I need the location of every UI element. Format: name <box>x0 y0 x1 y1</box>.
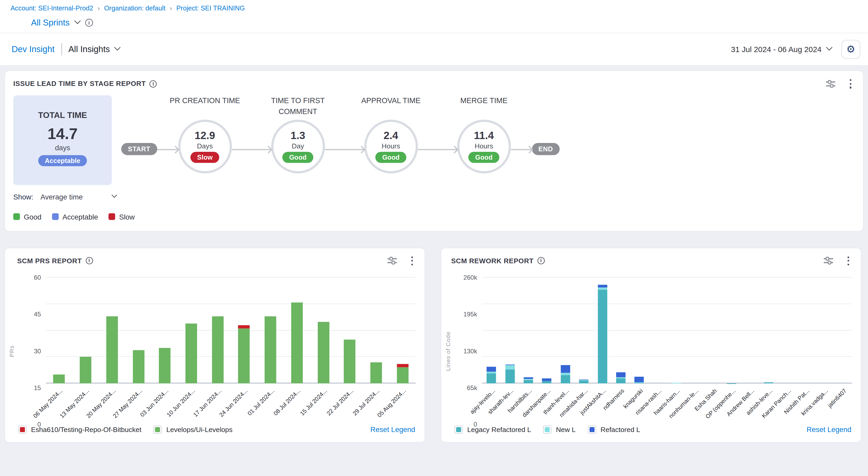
sprint-selector-label[interactable]: All Sprints <box>31 18 69 28</box>
bar[interactable] <box>542 277 552 383</box>
bar[interactable] <box>265 277 276 383</box>
bar[interactable] <box>344 277 356 383</box>
legend-item[interactable]: Legacy Refactored L <box>455 425 531 434</box>
legend-item[interactable]: Esha610/Testing-Repo-Of-Bitbucket <box>18 425 141 434</box>
bar[interactable] <box>783 277 792 383</box>
bar-segment[interactable] <box>397 368 408 384</box>
bar-segment[interactable] <box>133 350 145 384</box>
bar[interactable] <box>212 277 223 383</box>
legend-item[interactable]: New L <box>543 425 576 434</box>
bar[interactable] <box>746 277 755 383</box>
show-dropdown[interactable]: Show: Average time <box>13 192 116 201</box>
bar-segment[interactable] <box>212 317 223 383</box>
legend-item[interactable]: Refactored L <box>588 425 640 434</box>
bar-segment[interactable] <box>370 362 382 383</box>
chevron-down-icon[interactable] <box>74 18 81 24</box>
reset-legend-link[interactable]: Reset Legend <box>370 425 415 434</box>
bar[interactable] <box>524 277 533 383</box>
bar[interactable] <box>672 277 681 383</box>
bar[interactable] <box>317 277 329 383</box>
bar-segment[interactable] <box>561 373 570 375</box>
bar[interactable] <box>159 277 171 383</box>
bar[interactable] <box>709 277 718 383</box>
all-insights-dropdown[interactable]: All Insights <box>68 44 119 54</box>
bar-segment[interactable] <box>524 377 533 379</box>
bar-segment[interactable] <box>561 375 570 384</box>
bar[interactable] <box>653 277 662 383</box>
bar-segment[interactable] <box>579 381 589 384</box>
bar[interactable] <box>690 277 700 383</box>
bar[interactable] <box>727 277 737 383</box>
bar[interactable] <box>133 277 145 383</box>
legend-checkbox[interactable] <box>455 425 463 434</box>
bar-segment[interactable] <box>616 378 625 383</box>
bar[interactable] <box>80 277 92 383</box>
stage-circle[interactable]: 11.4HoursGood <box>457 120 511 173</box>
bar-segment[interactable] <box>487 373 496 383</box>
bar-segment[interactable] <box>159 348 171 383</box>
info-icon[interactable]: i <box>150 80 157 88</box>
bar[interactable] <box>370 277 382 383</box>
stage-circle[interactable]: 12.9DaysSlow <box>178 120 231 173</box>
bar[interactable] <box>561 277 570 383</box>
bar-segment[interactable] <box>186 323 197 383</box>
settings-button[interactable]: ⚙ <box>841 40 860 59</box>
bar-segment[interactable] <box>542 382 552 384</box>
reset-legend-link[interactable]: Reset Legend <box>807 425 851 434</box>
bar[interactable] <box>487 277 496 383</box>
bar[interactable] <box>291 277 303 383</box>
bar-segment[interactable] <box>598 285 607 288</box>
bar[interactable] <box>238 277 250 383</box>
bar-segment[interactable] <box>106 317 118 383</box>
bar-segment[interactable] <box>616 373 625 377</box>
dev-insight-link[interactable]: Dev Insight <box>12 44 55 54</box>
legend-checkbox[interactable] <box>154 425 162 434</box>
chart-filter-button[interactable] <box>826 80 835 88</box>
bar[interactable] <box>819 277 829 383</box>
lead-stage[interactable]: MERGE TIME11.4HoursGood <box>457 95 511 173</box>
bar[interactable] <box>616 277 625 383</box>
bar-segment[interactable] <box>80 357 92 384</box>
stage-circle[interactable]: 2.4HoursGood <box>364 120 417 173</box>
kebab-menu-button[interactable] <box>847 79 854 88</box>
info-icon[interactable]: i <box>537 257 545 265</box>
legend-checkbox[interactable] <box>18 425 27 434</box>
lead-stage[interactable]: TIME TO FIRST COMMENT1.3DayGood <box>271 95 325 173</box>
breadcrumb-project[interactable]: Project: SEI TRAINING <box>177 4 245 12</box>
bar[interactable] <box>106 277 118 383</box>
info-icon[interactable]: i <box>86 257 93 265</box>
bar[interactable] <box>397 277 408 383</box>
bar-segment[interactable] <box>505 365 515 369</box>
bar-segment[interactable] <box>265 317 276 383</box>
legend-checkbox[interactable] <box>588 425 596 434</box>
bar-segment[interactable] <box>344 339 356 383</box>
bar-segment[interactable] <box>524 380 533 383</box>
legend-checkbox[interactable] <box>543 425 552 434</box>
sprint-selector[interactable]: All Sprints i <box>10 12 868 33</box>
date-range-selector[interactable]: 31 Jul 2024 - 06 Aug 2024 <box>731 45 831 54</box>
bar[interactable] <box>505 277 515 383</box>
breadcrumb-account[interactable]: Account: SEI-Internal-Prod2 <box>10 4 93 12</box>
bar[interactable] <box>634 277 644 383</box>
bar-segment[interactable] <box>561 365 570 373</box>
bar-segment[interactable] <box>634 377 644 382</box>
bar-segment[interactable] <box>317 322 329 384</box>
lead-stage[interactable]: PR CREATION TIME12.9DaysSlow <box>178 95 231 173</box>
legend-item[interactable]: Levelops/Ui-Levelops <box>154 425 232 434</box>
bar-segment[interactable] <box>505 369 515 383</box>
chart-filter-button[interactable] <box>824 257 833 265</box>
bar[interactable] <box>764 277 774 383</box>
kebab-menu-button[interactable] <box>845 256 851 265</box>
bar[interactable] <box>579 277 589 383</box>
bar[interactable] <box>801 277 810 383</box>
chart-filter-button[interactable] <box>388 257 397 265</box>
bar[interactable] <box>598 277 607 383</box>
bar-segment[interactable] <box>291 302 303 384</box>
lead-stage[interactable]: APPROVAL TIME2.4HoursGood <box>364 95 417 173</box>
info-icon[interactable]: i <box>85 19 93 27</box>
bar-segment[interactable] <box>487 367 496 372</box>
bar-segment[interactable] <box>542 378 552 381</box>
breadcrumb-organization[interactable]: Organization: default <box>104 4 165 12</box>
bar-segment[interactable] <box>53 375 65 384</box>
bar[interactable] <box>53 277 65 383</box>
